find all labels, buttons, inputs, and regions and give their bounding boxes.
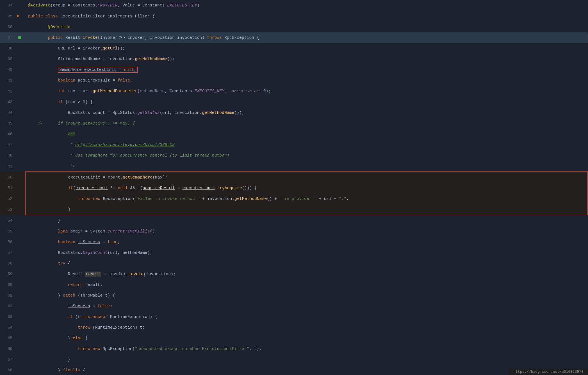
gutter-57 <box>17 247 25 258</box>
table-row: 49 */ <box>0 161 588 172</box>
table-row: 35 ▶ public class ExecuteLimitFilter imp… <box>0 11 588 22</box>
gutter-62 <box>17 301 25 311</box>
code-line-52: throw new RpcException("Failed to invoke… <box>25 193 588 204</box>
table-row: 39 String methodName = invocation.getMet… <box>0 54 588 64</box>
code-line-40: Semaphore executesLimit = null; <box>25 64 588 75</box>
gutter-40 <box>17 64 25 75</box>
gutter-53 <box>17 204 25 215</box>
line-number: 35 <box>0 11 17 22</box>
table-row: 65 } else { <box>0 333 588 344</box>
line-number: 67 <box>0 354 17 365</box>
line-number: 45 <box>0 118 17 129</box>
line-number: 61 <box>0 290 17 301</box>
gutter-49 <box>17 161 25 172</box>
code-line-38: URL url = invoker.getUrl(); <box>25 43 588 54</box>
gutter-55 <box>17 226 25 237</box>
table-row: 34 @Activate(group = Constants.PROVIDER,… <box>0 0 588 11</box>
line-number: 49 <box>0 161 17 172</box>
code-line-46: /** <box>25 129 588 139</box>
line-number: 63 <box>0 311 17 322</box>
table-row: 41 boolean acquireResult = false; <box>0 75 588 86</box>
code-line-59: Result result = invoker.invoke(invocatio… <box>25 269 588 279</box>
table-row: 47 * http://manzhizhen.iteye.com/blog/23… <box>0 139 588 150</box>
url-bar: https://blog.csdn.net/u010013573 <box>509 369 588 375</box>
code-line-50: executesLimit = count.getSemaphore(max); <box>25 172 588 183</box>
gutter-52 <box>17 193 25 204</box>
code-line-55: long begin = System.currentTimeMillis(); <box>25 226 588 237</box>
gutter-39 <box>17 54 25 64</box>
gutter-41 <box>17 75 25 86</box>
line-number: 47 <box>0 139 17 150</box>
code-line-42: int max = url.getMethodParameter(methodN… <box>25 86 588 97</box>
table-row: 68 } finally { <box>0 365 588 375</box>
line-number: 34 <box>0 0 17 11</box>
gutter-61 <box>17 290 25 301</box>
gutter-45 <box>17 118 25 129</box>
line-number: 52 <box>0 193 17 204</box>
code-line-56: boolean isSuccess = true; <box>25 237 588 247</box>
code-line-53: } <box>25 204 588 215</box>
table-row: 45 // if (count.getActive() >= max) { <box>0 118 588 129</box>
code-line-63: if (t instanceof RuntimeException) { <box>25 311 588 322</box>
code-line-65: } else { <box>25 333 588 344</box>
code-line-41: boolean acquireResult = false; <box>25 75 588 86</box>
line-number: 55 <box>0 226 17 237</box>
code-line-68: } finally { <box>25 365 588 375</box>
gutter-66 <box>17 344 25 354</box>
breakpoint-indicator <box>18 36 21 39</box>
line-number: 65 <box>0 333 17 344</box>
gutter-54 <box>17 215 25 226</box>
table-row: 56 boolean isSuccess = true; <box>0 237 588 247</box>
table-row: 60 return result; <box>0 279 588 290</box>
table-row: 50 executesLimit = count.getSemaphore(ma… <box>0 172 588 183</box>
table-row: 37 public Result invoke(Invoker<?> invok… <box>0 32 588 43</box>
gutter-47 <box>17 139 25 150</box>
code-line-64: throw (RuntimeException) t; <box>25 322 588 333</box>
table-row: 36 @Override <box>0 22 588 32</box>
line-number: 62 <box>0 301 17 311</box>
code-line-37: public Result invoke(Invoker<?> invoker,… <box>25 32 588 43</box>
table-row: 53 } <box>0 204 588 215</box>
code-line-66: throw new RpcException("unexpected excep… <box>25 344 588 354</box>
table-row: 59 Result result = invoker.invoke(invoca… <box>0 269 588 279</box>
gutter-37 <box>17 32 25 43</box>
code-line-43: if (max > 0) { <box>25 97 588 107</box>
line-number: 60 <box>0 279 17 290</box>
code-line-51: if(executesLimit != null && !(acquireRes… <box>25 183 588 193</box>
code-line-67: } <box>25 354 588 365</box>
code-line-48: * use semaphore for concurrency control … <box>25 150 588 161</box>
gutter-63 <box>17 311 25 322</box>
line-number: 48 <box>0 150 17 161</box>
code-line-35: public class ExecuteLimitFilter implemen… <box>25 11 588 22</box>
table-row: 58 try { <box>0 258 588 269</box>
table-row: 61 } catch (Throwable t) { <box>0 290 588 301</box>
table-row: 55 long begin = System.currentTimeMillis… <box>0 226 588 237</box>
table-row: 46 /** <box>0 129 588 139</box>
code-line-39: String methodName = invocation.getMethod… <box>25 54 588 64</box>
line-number: 68 <box>0 365 17 375</box>
table-row: 51 if(executesLimit != null && !(acquire… <box>0 183 588 193</box>
gutter-68 <box>17 365 25 375</box>
line-number: 38 <box>0 43 17 54</box>
gutter-50 <box>17 172 25 183</box>
gutter-34 <box>17 0 25 11</box>
gutter-59 <box>17 269 25 279</box>
table-row: 44 RpcStatus count = RpcStatus.getStatus… <box>0 107 588 118</box>
code-line-45: // if (count.getActive() >= max) { <box>25 118 588 129</box>
code-line-54: } <box>25 215 588 226</box>
gutter-43 <box>17 97 25 107</box>
gutter-64 <box>17 322 25 333</box>
table-row: 40 Semaphore executesLimit = null; <box>0 64 588 75</box>
code-table: 34 @Activate(group = Constants.PROVIDER,… <box>0 0 588 375</box>
gutter-36 <box>17 22 25 32</box>
code-line-44: RpcStatus count = RpcStatus.getStatus(ur… <box>25 107 588 118</box>
code-editor: 34 @Activate(group = Constants.PROVIDER,… <box>0 0 588 375</box>
gutter-60 <box>17 279 25 290</box>
table-row: 54 } <box>0 215 588 226</box>
code-line-62: isSuccess = false; <box>25 301 588 311</box>
gutter-46 <box>17 129 25 139</box>
line-number: 66 <box>0 344 17 354</box>
code-line-47: * http://manzhizhen.iteye.com/blog/23864… <box>25 139 588 150</box>
line-number: 46 <box>0 129 17 139</box>
table-row: 66 throw new RpcException("unexpected ex… <box>0 344 588 354</box>
